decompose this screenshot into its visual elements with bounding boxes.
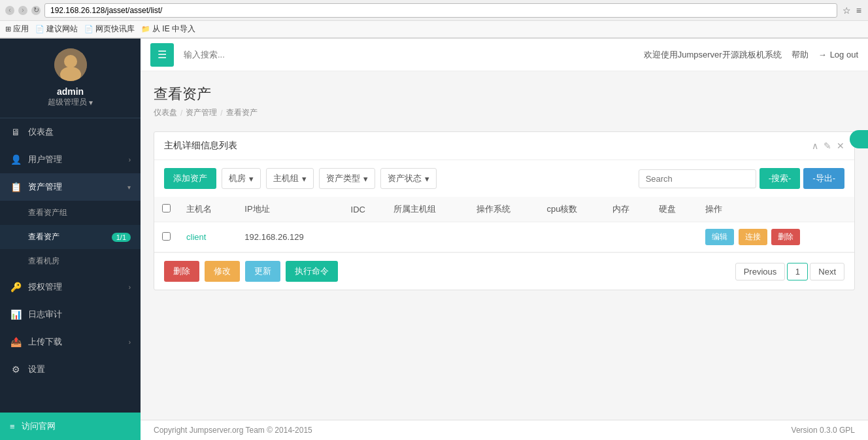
col-group: 所属主机组 bbox=[386, 197, 468, 222]
subitem-label: 查看机房 bbox=[28, 256, 59, 267]
audit-icon: 📊 bbox=[10, 309, 22, 320]
search-input[interactable] bbox=[180, 46, 637, 63]
chevron-down-icon: ▾ bbox=[363, 174, 368, 184]
star-icon[interactable]: ☆ bbox=[841, 4, 852, 17]
os-cell bbox=[469, 222, 539, 252]
card-title: 主机详细信息列表 bbox=[164, 140, 237, 152]
profile-name: admin bbox=[57, 86, 84, 97]
row-checkbox[interactable] bbox=[162, 232, 171, 241]
subitem-label: 查看资产 bbox=[28, 231, 59, 243]
logout-arrow-icon: → bbox=[818, 50, 827, 59]
type-filter[interactable]: 资产类型 ▾ bbox=[319, 168, 375, 189]
idc-filter[interactable]: 机房 ▾ bbox=[222, 168, 261, 189]
export-button[interactable]: -导出- bbox=[803, 168, 844, 189]
cpu-cell bbox=[539, 222, 605, 252]
execute-command-button[interactable]: 执行命令 bbox=[286, 261, 338, 282]
edit-icon[interactable]: ✎ bbox=[824, 141, 831, 151]
svg-point-1 bbox=[64, 55, 77, 68]
main-content: 查看资产 仪表盘 / 资产管理 / 查看资产 主机详细信息列表 ∧ ✎ ✕ bbox=[141, 71, 868, 420]
forward-button[interactable]: › bbox=[18, 6, 27, 15]
search-field[interactable] bbox=[639, 169, 756, 188]
previous-button[interactable]: Previous bbox=[735, 263, 786, 280]
sidebar-item-label: 用户管理 bbox=[28, 154, 122, 165]
topbar: ☰ 欢迎使用Jumpserver开源跳板机系统 帮助 → Log out bbox=[141, 39, 868, 71]
hostname-link[interactable]: client bbox=[186, 232, 206, 242]
status-filter[interactable]: 资产状态 ▾ bbox=[380, 168, 437, 189]
group-cell bbox=[386, 222, 468, 252]
chevron-down-icon: ▾ bbox=[425, 174, 429, 184]
sidebar-item-settings[interactable]: ⚙ 设置 bbox=[0, 356, 141, 383]
breadcrumb-home[interactable]: 仪表盘 bbox=[154, 107, 177, 118]
bulk-edit-button[interactable]: 修改 bbox=[205, 261, 240, 282]
sidebar-item-auth-mgmt[interactable]: 🔑 授权管理 › bbox=[0, 273, 141, 301]
bookmark-apps[interactable]: ⊞ 应用 bbox=[5, 24, 29, 35]
delete-row-button[interactable]: 删除 bbox=[771, 229, 800, 245]
sidebar-item-asset-mgmt[interactable]: 📋 资产管理 ▾ bbox=[0, 173, 141, 201]
sidebar-subitem-view-assets[interactable]: 查看资产 1/1 bbox=[0, 225, 141, 249]
bookmark-ie-import[interactable]: 📁 从 IE 中导入 bbox=[141, 24, 195, 35]
add-asset-button[interactable]: 添加资产 bbox=[164, 168, 216, 189]
sidebar-item-dashboard[interactable]: 🖥 仪表盘 bbox=[0, 118, 141, 146]
browser-toolbar: ‹ › ↻ ☆ ≡ bbox=[0, 0, 868, 21]
sidebar-item-label: 资产管理 bbox=[28, 181, 121, 193]
idc-filter-label: 机房 bbox=[229, 173, 246, 184]
hostname-cell: client bbox=[178, 222, 237, 252]
next-button[interactable]: Next bbox=[810, 263, 844, 280]
sidebar-item-user-mgmt[interactable]: 👤 用户管理 › bbox=[0, 146, 141, 173]
help-link[interactable]: 帮助 bbox=[792, 49, 809, 61]
sidebar-subitem-asset-group[interactable]: 查看资产组 bbox=[0, 201, 141, 225]
bookmark-suggest[interactable]: 📄 建议网站 bbox=[35, 24, 78, 35]
close-icon[interactable]: ✕ bbox=[837, 141, 844, 151]
bulk-delete-button[interactable]: 删除 bbox=[164, 261, 199, 282]
newsflash-icon: 📄 bbox=[84, 25, 93, 33]
chevron-down-icon: ▾ bbox=[127, 184, 131, 191]
user-icon: 👤 bbox=[10, 154, 22, 165]
address-bar[interactable] bbox=[44, 3, 837, 18]
logout-button[interactable]: → Log out bbox=[818, 50, 858, 59]
menu-icon[interactable]: ≡ bbox=[855, 4, 863, 17]
sidebar-item-label: 日志审计 bbox=[28, 309, 131, 320]
asset-icon: 📋 bbox=[10, 182, 22, 192]
content-wrapper: ☰ 欢迎使用Jumpserver开源跳板机系统 帮助 → Log out 查看资… bbox=[141, 39, 868, 440]
chevron-down-icon: ▾ bbox=[249, 174, 254, 184]
col-cpu: cpu核数 bbox=[539, 197, 605, 222]
connect-button[interactable]: 连接 bbox=[739, 229, 767, 245]
topbar-right: 欢迎使用Jumpserver开源跳板机系统 帮助 → Log out bbox=[644, 49, 858, 61]
page-number: 1 bbox=[787, 263, 808, 280]
edit-row-button[interactable]: 编辑 bbox=[705, 229, 734, 245]
page-title: 查看资产 bbox=[154, 84, 855, 104]
avatar bbox=[54, 48, 87, 81]
bulk-update-button[interactable]: 更新 bbox=[245, 261, 280, 282]
ip-cell: 192.168.26.129 bbox=[237, 222, 342, 252]
menu-toggle-button[interactable]: ☰ bbox=[150, 43, 174, 67]
sidebar-item-upload[interactable]: 📤 上传下载 › bbox=[0, 328, 141, 356]
welcome-text: 欢迎使用Jumpserver开源跳板机系统 bbox=[644, 49, 782, 61]
select-all-cell bbox=[154, 197, 178, 222]
chevron-down-icon: ▾ bbox=[302, 174, 307, 184]
footer: Copyright Jumpserver.org Team © 2014-201… bbox=[141, 420, 868, 440]
col-disk: 硬盘 bbox=[651, 197, 697, 222]
folder-icon: 📁 bbox=[141, 25, 150, 33]
browser-icons: ☆ ≡ bbox=[841, 4, 863, 17]
search-button[interactable]: -搜索- bbox=[760, 168, 801, 189]
footer-version: Version 0.3.0 GPL bbox=[792, 426, 855, 435]
pagination: Previous 1 Next bbox=[735, 263, 844, 280]
group-filter[interactable]: 主机组 ▾ bbox=[266, 168, 314, 189]
breadcrumb-asset-mgmt[interactable]: 资产管理 bbox=[186, 107, 217, 118]
sidebar-item-audit[interactable]: 📊 日志审计 bbox=[0, 301, 141, 328]
sidebar-item-website[interactable]: ≡ 访问官网 bbox=[0, 413, 141, 440]
col-actions: 操作 bbox=[697, 197, 854, 222]
bookmark-newsflash[interactable]: 📄 网页快讯库 bbox=[84, 24, 135, 35]
table-header-row: 主机名 IP地址 IDC 所属主机组 操作系统 cpu核数 内存 硬盘 操作 bbox=[154, 197, 854, 222]
logout-label: Log out bbox=[830, 50, 858, 59]
bottom-actions: 删除 修改 更新 执行命令 Previous 1 Next bbox=[154, 252, 854, 290]
collapse-icon[interactable]: ∧ bbox=[812, 141, 818, 151]
back-button[interactable]: ‹ bbox=[5, 6, 14, 15]
col-ip: IP地址 bbox=[237, 197, 342, 222]
select-all-checkbox[interactable] bbox=[162, 204, 171, 212]
asset-badge: 1/1 bbox=[112, 233, 131, 242]
chevron-right-icon: › bbox=[129, 339, 131, 346]
refresh-button[interactable]: ↻ bbox=[31, 6, 41, 15]
profile-role[interactable]: 超级管理员 ▾ bbox=[48, 97, 93, 108]
sidebar-subitem-datacenter[interactable]: 查看机房 bbox=[0, 249, 141, 273]
